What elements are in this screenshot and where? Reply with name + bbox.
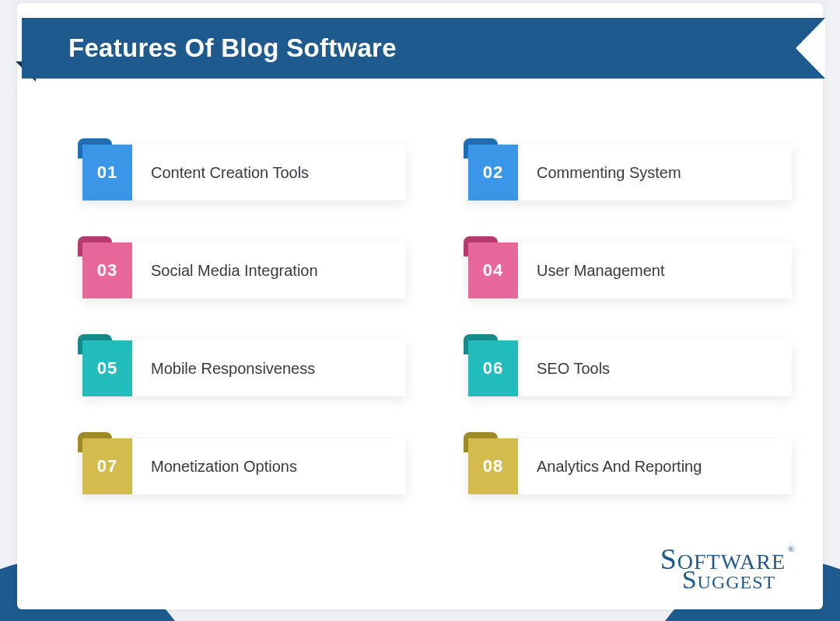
feature-label: Social Media Integration	[132, 262, 318, 280]
softwaresuggest-logo: SOFTWARE ® SUGGEST	[660, 548, 786, 591]
feature-item-06: 06 SEO Tools	[468, 340, 792, 396]
feature-number: 02	[468, 145, 518, 201]
feature-item-03: 03 Social Media Integration	[82, 242, 406, 298]
feature-label: Analytics And Reporting	[518, 458, 702, 476]
feature-item-08: 08 Analytics And Reporting	[468, 438, 792, 494]
logo-line1-rest: OFTWARE	[677, 549, 786, 574]
feature-number: 07	[82, 438, 132, 494]
feature-number: 04	[468, 242, 518, 298]
feature-label: Monetization Options	[132, 458, 297, 476]
feature-number: 03	[82, 242, 132, 298]
feature-item-01: 01 Content Creation Tools	[82, 145, 406, 201]
feature-label: Content Creation Tools	[132, 164, 309, 182]
content-card: 01 Content Creation Tools 02 Commenting …	[17, 3, 823, 609]
feature-label: Mobile Responsiveness	[132, 360, 315, 378]
title-banner: Features Of Blog Software	[16, 18, 827, 85]
banner-main: Features Of Blog Software	[22, 18, 825, 78]
logo-registered-icon: ®	[788, 546, 795, 553]
feature-item-04: 04 User Management	[468, 242, 792, 298]
feature-number: 06	[468, 340, 518, 396]
feature-item-02: 02 Commenting System	[468, 145, 792, 201]
feature-label: User Management	[518, 262, 665, 280]
feature-number: 01	[82, 145, 132, 201]
feature-label: SEO Tools	[518, 360, 610, 378]
feature-item-05: 05 Mobile Responsiveness	[82, 340, 406, 396]
feature-grid: 01 Content Creation Tools 02 Commenting …	[82, 145, 792, 494]
feature-item-07: 07 Monetization Options	[82, 438, 406, 494]
page-title: Features Of Blog Software	[68, 33, 397, 63]
logo-line2-rest: UGGEST	[698, 572, 776, 592]
feature-label: Commenting System	[518, 164, 681, 182]
logo-line1-cap: S	[660, 543, 677, 575]
feature-number: 08	[468, 438, 518, 494]
feature-number: 05	[82, 340, 132, 396]
